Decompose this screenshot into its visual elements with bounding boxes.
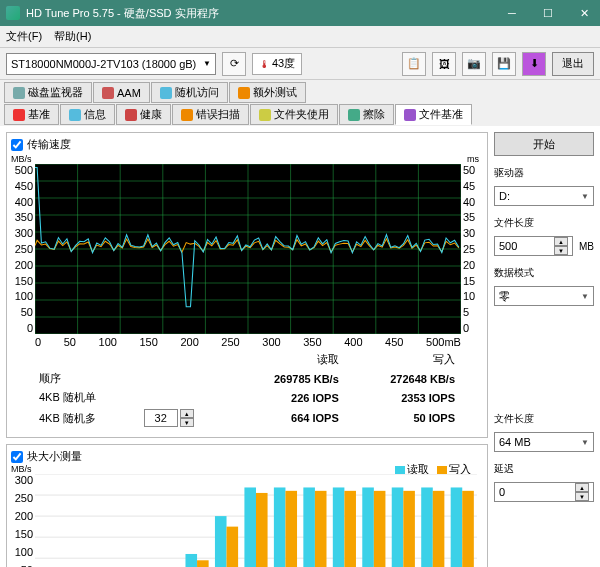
menu-help[interactable]: 帮助(H) <box>54 29 91 44</box>
block-size-label: 块大小测量 <box>27 449 82 464</box>
chart2-yunit: MB/s <box>11 464 32 474</box>
temperature-display: 🌡 43度 <box>252 53 302 75</box>
file-length-input[interactable]: ▲▼ <box>494 236 573 256</box>
svg-rect-47 <box>303 487 315 567</box>
drive-select[interactable]: D:▼ <box>494 186 594 206</box>
svg-rect-44 <box>256 493 268 567</box>
block-size-panel: 块大小测量 读取 写入 MB/s 300250200150100500 0.51… <box>6 444 488 567</box>
svg-rect-50 <box>344 491 356 567</box>
chevron-down-icon: ▼ <box>581 292 589 301</box>
tab-文件夹使用[interactable]: 文件夹使用 <box>250 104 338 125</box>
maximize-button[interactable]: ☐ <box>538 3 558 23</box>
transfer-speed-chart <box>35 164 461 334</box>
temperature-value: 43度 <box>272 56 295 71</box>
block-file-length-select[interactable]: 64 MB▼ <box>494 432 594 452</box>
save-icon[interactable]: 💾 <box>492 52 516 76</box>
minimize-button[interactable]: ─ <box>502 3 522 23</box>
tab-擦除[interactable]: 擦除 <box>339 104 394 125</box>
tab-健康[interactable]: 健康 <box>116 104 171 125</box>
svg-rect-40 <box>197 560 209 567</box>
chevron-down-icon: ▼ <box>581 192 589 201</box>
svg-rect-57 <box>451 487 463 567</box>
delay-input[interactable]: ▲▼ <box>494 482 594 502</box>
chart1-yaxis-right: 50454035302520151050 <box>463 164 479 334</box>
block-file-length-label: 文件长度 <box>494 412 594 426</box>
block-size-checkbox[interactable] <box>11 451 23 463</box>
tab-文件基准[interactable]: 文件基准 <box>395 104 472 125</box>
results-table: 读取写入顺序269785 KB/s272648 KB/s4KB 随机单226 I… <box>31 350 463 429</box>
drive-selector-value: ST18000NM000J-2TV103 (18000 gB) <box>11 58 196 70</box>
delay-label: 延迟 <box>494 462 594 476</box>
svg-rect-51 <box>362 487 374 567</box>
spinner-up[interactable]: ▲ <box>554 237 568 246</box>
chevron-down-icon: ▼ <box>203 59 211 68</box>
chevron-down-icon: ▼ <box>581 438 589 447</box>
start-button[interactable]: 开始 <box>494 132 594 156</box>
app-icon <box>6 6 20 20</box>
svg-rect-49 <box>333 487 345 567</box>
refresh-icon[interactable]: ⟳ <box>222 52 246 76</box>
spinner-down[interactable]: ▼ <box>575 492 589 501</box>
toolbar: ST18000NM000J-2TV103 (18000 gB) ▼ ⟳ 🌡 43… <box>0 48 600 80</box>
title-bar: HD Tune Pro 5.75 - 硬盘/SSD 实用程序 ─ ☐ ✕ <box>0 0 600 26</box>
screenshot-icon[interactable]: 🖼 <box>432 52 456 76</box>
tab-AAM[interactable]: AAM <box>93 82 150 103</box>
copy-icon[interactable]: 📋 <box>402 52 426 76</box>
data-mode-label: 数据模式 <box>494 266 594 280</box>
camera-icon[interactable]: 📷 <box>462 52 486 76</box>
spinner-down[interactable]: ▼ <box>554 246 568 255</box>
svg-rect-48 <box>315 491 327 567</box>
transfer-speed-checkbox[interactable] <box>11 139 23 151</box>
tab-信息[interactable]: 信息 <box>60 104 115 125</box>
svg-rect-52 <box>374 491 386 567</box>
chart2-yaxis: 300250200150100500 <box>13 474 33 567</box>
svg-rect-55 <box>421 487 433 567</box>
transfer-speed-panel: 传输速度 MB/s ms 500450400350300250200150100… <box>6 132 488 438</box>
svg-rect-53 <box>392 487 404 567</box>
file-length-label: 文件长度 <box>494 216 594 230</box>
svg-rect-56 <box>433 491 445 567</box>
spinner-up[interactable]: ▲ <box>575 483 589 492</box>
tab-错误扫描[interactable]: 错误扫描 <box>172 104 249 125</box>
queue-depth-spinner[interactable]: ▲▼ <box>144 409 223 427</box>
menu-bar: 文件(F) 帮助(H) <box>0 26 600 48</box>
tab-随机访问[interactable]: 随机访问 <box>151 82 228 103</box>
svg-rect-58 <box>462 491 474 567</box>
tab-额外测试[interactable]: 额外测试 <box>229 82 306 103</box>
chart1-yaxis-left: 500450400350300250200150100500 <box>13 164 33 334</box>
window-title: HD Tune Pro 5.75 - 硬盘/SSD 实用程序 <box>26 6 219 21</box>
transfer-speed-label: 传输速度 <box>27 137 71 152</box>
chart1-yunit: MB/s <box>11 154 32 164</box>
options-icon[interactable]: ⬇ <box>522 52 546 76</box>
tab-strip: 磁盘监视器AAM随机访问额外测试基准信息健康错误扫描文件夹使用擦除文件基准 <box>0 80 600 126</box>
svg-rect-39 <box>185 554 197 567</box>
data-mode-select[interactable]: 零▼ <box>494 286 594 306</box>
svg-rect-46 <box>285 491 297 567</box>
drive-label: 驱动器 <box>494 166 594 180</box>
tab-基准[interactable]: 基准 <box>4 104 59 125</box>
block-size-chart <box>35 474 477 567</box>
tab-磁盘监视器[interactable]: 磁盘监视器 <box>4 82 92 103</box>
close-button[interactable]: ✕ <box>574 3 594 23</box>
menu-file[interactable]: 文件(F) <box>6 29 42 44</box>
svg-rect-54 <box>403 491 415 567</box>
chart1-yunit2: ms <box>467 154 479 164</box>
svg-rect-45 <box>274 487 286 567</box>
thermometer-icon: 🌡 <box>259 58 270 70</box>
chart1-xaxis: 050100150200250300350400450500mB <box>35 336 461 348</box>
svg-rect-41 <box>215 516 227 567</box>
file-length-unit: MB <box>579 241 594 252</box>
svg-rect-42 <box>227 527 239 567</box>
svg-rect-43 <box>244 487 256 567</box>
exit-button[interactable]: 退出 <box>552 52 594 76</box>
drive-selector[interactable]: ST18000NM000J-2TV103 (18000 gB) ▼ <box>6 53 216 75</box>
